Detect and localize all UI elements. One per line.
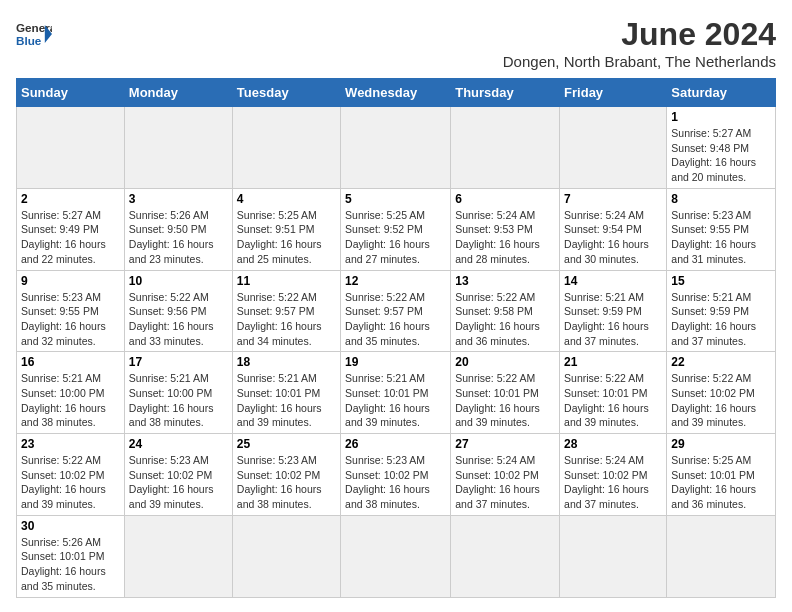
calendar-day-cell: 3Sunrise: 5:26 AMSunset: 9:50 PMDaylight…: [124, 188, 232, 270]
day-sun-info: Sunrise: 5:22 AMSunset: 9:57 PMDaylight:…: [237, 290, 336, 349]
day-number: 30: [21, 519, 120, 533]
day-sun-info: Sunrise: 5:24 AMSunset: 10:02 PMDaylight…: [564, 453, 662, 512]
calendar-day-cell: [341, 515, 451, 597]
month-year-title: June 2024: [503, 16, 776, 53]
calendar-day-cell: 27Sunrise: 5:24 AMSunset: 10:02 PMDaylig…: [451, 434, 560, 516]
day-sun-info: Sunrise: 5:27 AMSunset: 9:48 PMDaylight:…: [671, 126, 771, 185]
logo: General Blue: [16, 16, 52, 52]
calendar-day-cell: 14Sunrise: 5:21 AMSunset: 9:59 PMDayligh…: [560, 270, 667, 352]
day-sun-info: Sunrise: 5:24 AMSunset: 9:54 PMDaylight:…: [564, 208, 662, 267]
day-sun-info: Sunrise: 5:22 AMSunset: 10:01 PMDaylight…: [455, 371, 555, 430]
day-number: 6: [455, 192, 555, 206]
calendar-day-cell: 16Sunrise: 5:21 AMSunset: 10:00 PMDaylig…: [17, 352, 125, 434]
day-number: 19: [345, 355, 446, 369]
day-sun-info: Sunrise: 5:23 AMSunset: 9:55 PMDaylight:…: [671, 208, 771, 267]
calendar-day-cell: [560, 515, 667, 597]
day-number: 28: [564, 437, 662, 451]
calendar-day-cell: [451, 515, 560, 597]
calendar-day-cell: 29Sunrise: 5:25 AMSunset: 10:01 PMDaylig…: [667, 434, 776, 516]
calendar-day-cell: 4Sunrise: 5:25 AMSunset: 9:51 PMDaylight…: [232, 188, 340, 270]
location-subtitle: Dongen, North Brabant, The Netherlands: [503, 53, 776, 70]
calendar-day-cell: [17, 107, 125, 189]
day-sun-info: Sunrise: 5:21 AMSunset: 9:59 PMDaylight:…: [564, 290, 662, 349]
calendar-day-cell: 20Sunrise: 5:22 AMSunset: 10:01 PMDaylig…: [451, 352, 560, 434]
day-number: 9: [21, 274, 120, 288]
day-number: 1: [671, 110, 771, 124]
day-sun-info: Sunrise: 5:26 AMSunset: 9:50 PMDaylight:…: [129, 208, 228, 267]
calendar-day-cell: 9Sunrise: 5:23 AMSunset: 9:55 PMDaylight…: [17, 270, 125, 352]
day-sun-info: Sunrise: 5:22 AMSunset: 10:02 PMDaylight…: [671, 371, 771, 430]
calendar-day-cell: 23Sunrise: 5:22 AMSunset: 10:02 PMDaylig…: [17, 434, 125, 516]
header-tuesday: Tuesday: [232, 79, 340, 107]
day-number: 4: [237, 192, 336, 206]
day-sun-info: Sunrise: 5:21 AMSunset: 10:01 PMDaylight…: [237, 371, 336, 430]
calendar-day-cell: 7Sunrise: 5:24 AMSunset: 9:54 PMDaylight…: [560, 188, 667, 270]
header-friday: Friday: [560, 79, 667, 107]
calendar-day-cell: 25Sunrise: 5:23 AMSunset: 10:02 PMDaylig…: [232, 434, 340, 516]
logo-icon: General Blue: [16, 16, 52, 52]
day-sun-info: Sunrise: 5:23 AMSunset: 10:02 PMDaylight…: [345, 453, 446, 512]
day-number: 20: [455, 355, 555, 369]
day-number: 23: [21, 437, 120, 451]
day-number: 14: [564, 274, 662, 288]
day-sun-info: Sunrise: 5:27 AMSunset: 9:49 PMDaylight:…: [21, 208, 120, 267]
header-monday: Monday: [124, 79, 232, 107]
calendar-day-cell: 11Sunrise: 5:22 AMSunset: 9:57 PMDayligh…: [232, 270, 340, 352]
calendar-week-row: 16Sunrise: 5:21 AMSunset: 10:00 PMDaylig…: [17, 352, 776, 434]
calendar-day-cell: [451, 107, 560, 189]
calendar-day-cell: 17Sunrise: 5:21 AMSunset: 10:00 PMDaylig…: [124, 352, 232, 434]
calendar-day-cell: 26Sunrise: 5:23 AMSunset: 10:02 PMDaylig…: [341, 434, 451, 516]
calendar-day-cell: 8Sunrise: 5:23 AMSunset: 9:55 PMDaylight…: [667, 188, 776, 270]
calendar-day-cell: [560, 107, 667, 189]
calendar-day-cell: 22Sunrise: 5:22 AMSunset: 10:02 PMDaylig…: [667, 352, 776, 434]
day-sun-info: Sunrise: 5:23 AMSunset: 9:55 PMDaylight:…: [21, 290, 120, 349]
day-number: 21: [564, 355, 662, 369]
day-sun-info: Sunrise: 5:22 AMSunset: 9:57 PMDaylight:…: [345, 290, 446, 349]
calendar-day-cell: 28Sunrise: 5:24 AMSunset: 10:02 PMDaylig…: [560, 434, 667, 516]
day-number: 15: [671, 274, 771, 288]
calendar-day-cell: [341, 107, 451, 189]
header-thursday: Thursday: [451, 79, 560, 107]
calendar-week-row: 9Sunrise: 5:23 AMSunset: 9:55 PMDaylight…: [17, 270, 776, 352]
day-sun-info: Sunrise: 5:21 AMSunset: 10:00 PMDaylight…: [21, 371, 120, 430]
day-number: 17: [129, 355, 228, 369]
day-sun-info: Sunrise: 5:22 AMSunset: 10:02 PMDaylight…: [21, 453, 120, 512]
header-sunday: Sunday: [17, 79, 125, 107]
calendar-week-row: 1Sunrise: 5:27 AMSunset: 9:48 PMDaylight…: [17, 107, 776, 189]
day-number: 12: [345, 274, 446, 288]
calendar-table: Sunday Monday Tuesday Wednesday Thursday…: [16, 78, 776, 598]
day-sun-info: Sunrise: 5:23 AMSunset: 10:02 PMDaylight…: [129, 453, 228, 512]
day-number: 16: [21, 355, 120, 369]
day-sun-info: Sunrise: 5:26 AMSunset: 10:01 PMDaylight…: [21, 535, 120, 594]
svg-text:Blue: Blue: [16, 34, 42, 47]
day-number: 10: [129, 274, 228, 288]
page-header: General Blue June 2024 Dongen, North Bra…: [16, 16, 776, 70]
day-number: 26: [345, 437, 446, 451]
header-saturday: Saturday: [667, 79, 776, 107]
day-number: 29: [671, 437, 771, 451]
day-sun-info: Sunrise: 5:21 AMSunset: 10:00 PMDaylight…: [129, 371, 228, 430]
day-sun-info: Sunrise: 5:22 AMSunset: 9:58 PMDaylight:…: [455, 290, 555, 349]
calendar-day-cell: [124, 515, 232, 597]
calendar-day-cell: 19Sunrise: 5:21 AMSunset: 10:01 PMDaylig…: [341, 352, 451, 434]
day-sun-info: Sunrise: 5:24 AMSunset: 9:53 PMDaylight:…: [455, 208, 555, 267]
day-sun-info: Sunrise: 5:22 AMSunset: 10:01 PMDaylight…: [564, 371, 662, 430]
calendar-day-cell: [667, 515, 776, 597]
day-number: 22: [671, 355, 771, 369]
day-sun-info: Sunrise: 5:25 AMSunset: 9:52 PMDaylight:…: [345, 208, 446, 267]
calendar-week-row: 2Sunrise: 5:27 AMSunset: 9:49 PMDaylight…: [17, 188, 776, 270]
day-sun-info: Sunrise: 5:22 AMSunset: 9:56 PMDaylight:…: [129, 290, 228, 349]
day-sun-info: Sunrise: 5:25 AMSunset: 10:01 PMDaylight…: [671, 453, 771, 512]
calendar-day-cell: 21Sunrise: 5:22 AMSunset: 10:01 PMDaylig…: [560, 352, 667, 434]
calendar-day-cell: 13Sunrise: 5:22 AMSunset: 9:58 PMDayligh…: [451, 270, 560, 352]
calendar-day-cell: [124, 107, 232, 189]
day-sun-info: Sunrise: 5:21 AMSunset: 9:59 PMDaylight:…: [671, 290, 771, 349]
calendar-day-cell: [232, 515, 340, 597]
day-number: 11: [237, 274, 336, 288]
calendar-week-row: 23Sunrise: 5:22 AMSunset: 10:02 PMDaylig…: [17, 434, 776, 516]
header-wednesday: Wednesday: [341, 79, 451, 107]
calendar-day-cell: 2Sunrise: 5:27 AMSunset: 9:49 PMDaylight…: [17, 188, 125, 270]
title-block: June 2024 Dongen, North Brabant, The Net…: [503, 16, 776, 70]
day-number: 8: [671, 192, 771, 206]
calendar-day-cell: [232, 107, 340, 189]
